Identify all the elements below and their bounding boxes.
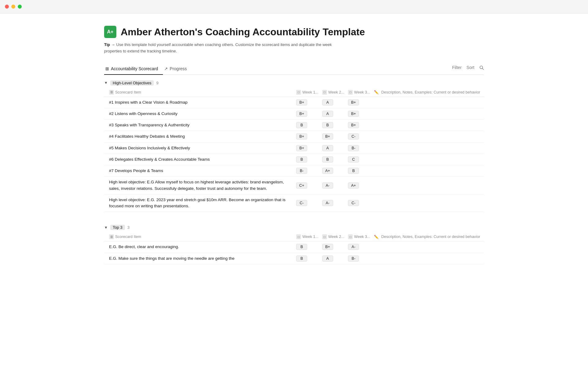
sort-button[interactable]: Sort (466, 65, 474, 70)
group-count: 9 (156, 81, 158, 85)
week2-cell: B+ (322, 131, 348, 142)
desc-cell (374, 97, 484, 108)
item-cell: E.G. Make sure the things that are movin… (104, 253, 296, 264)
table-row[interactable]: E.G. Make sure the things that are movin… (104, 253, 484, 264)
week1-cell: B+ (296, 131, 322, 142)
item-cell: #4 Facilitates Healthy Debates & Meeting (104, 131, 296, 142)
week2-col-icon: □ (322, 90, 327, 95)
top3-item-col-icon: ☰ (109, 234, 114, 239)
top3-week1-col-icon: □ (296, 234, 301, 239)
table-row[interactable]: High level objective: E.G Allow myself t… (104, 177, 484, 194)
week2-cell: B (322, 120, 348, 131)
tab-progress[interactable]: ↗ Progress (163, 63, 192, 75)
table-container: ▼ High-Level Objectives 9 ☰ Scorecard It… (104, 75, 484, 264)
table-row[interactable]: #7 Develops People & Teams B- A+ B (104, 165, 484, 177)
high-level-table: ☰ Scorecard Item □ Week 1... □ Wee (104, 88, 484, 212)
desc-cell (374, 142, 484, 154)
desc-cell (374, 108, 484, 119)
week2-cell: A (322, 142, 348, 154)
item-cell: #7 Develops People & Teams (104, 165, 296, 177)
week3-cell: B+ (348, 108, 374, 119)
week3-cell: B+ (348, 120, 374, 131)
group-label: High-Level Objectives (110, 80, 154, 86)
top3-week2-col-icon: □ (322, 234, 327, 239)
week1-cell: B (296, 253, 322, 264)
item-cell: E.G. Be direct, clear and encouraging. (104, 241, 296, 253)
group-top3-header[interactable]: ▼ Top 3 3 (104, 219, 484, 232)
top3-th-week1: □ Week 1... (296, 232, 322, 241)
progress-tab-label: Progress (170, 66, 187, 71)
week1-cell: B (296, 241, 322, 253)
desc-cell (374, 120, 484, 131)
search-icon (479, 65, 484, 70)
top3-th-scorecard-item: ☰ Scorecard Item (104, 232, 296, 241)
week2-cell: A- (322, 194, 348, 212)
item-cell: High level objective: E.G. 2023 year end… (104, 194, 296, 212)
group-top3-chevron-icon: ▼ (104, 225, 108, 230)
page-header: A+ Amber Atherton's Coaching Accountabil… (104, 26, 484, 38)
desc-cell (374, 131, 484, 142)
item-cell: #3 Speaks with Transparency & Authentici… (104, 120, 296, 131)
scorecard-tab-label: Accountability Scorecard (111, 66, 158, 71)
table-row[interactable]: #5 Makes Decisions Inclusively & Effecti… (104, 142, 484, 154)
maximize-button[interactable] (18, 5, 22, 9)
week3-cell: B (348, 165, 374, 177)
th-description: ✏️ Description, Notes, Examples: Current… (374, 88, 484, 97)
week2-cell: A+ (322, 165, 348, 177)
week1-cell: B (296, 154, 322, 165)
week1-cell: C- (296, 194, 322, 212)
item-cell: #2 Listens with Openness & Curiosity (104, 108, 296, 119)
table-row[interactable]: #6 Delegates Effectively & Creates Accou… (104, 154, 484, 165)
main-content: A+ Amber Atherton's Coaching Accountabil… (80, 13, 508, 277)
page-icon: A+ (104, 26, 116, 38)
group-chevron-icon: ▼ (104, 81, 108, 85)
page-title: Amber Atherton's Coaching Accountability… (121, 26, 365, 38)
table-row[interactable]: E.G. Be direct, clear and encouraging. B… (104, 241, 484, 253)
week1-cell: B- (296, 165, 322, 177)
table-row[interactable]: #2 Listens with Openness & Curiosity B+ … (104, 108, 484, 119)
th-scorecard-item: ☰ Scorecard Item (104, 88, 296, 97)
week1-col-icon: □ (296, 90, 301, 95)
week2-cell: A (322, 97, 348, 108)
search-button[interactable] (479, 65, 484, 70)
table-row[interactable]: #3 Speaks with Transparency & Authentici… (104, 120, 484, 131)
table-row[interactable]: #4 Facilitates Healthy Debates & Meeting… (104, 131, 484, 142)
week1-cell: B+ (296, 142, 322, 154)
desc-cell (374, 253, 484, 264)
tab-scorecard[interactable]: ⊞ Accountability Scorecard (104, 63, 163, 75)
filter-button[interactable]: Filter (452, 65, 462, 70)
top3-th-week3: □ Week 3... (348, 232, 374, 241)
week3-cell: C- (348, 131, 374, 142)
table-row[interactable]: #1 Inspires with a Clear Vision & Roadma… (104, 97, 484, 108)
week1-cell: B (296, 120, 322, 131)
top3-th-week2: □ Week 2... (322, 232, 348, 241)
week3-cell: B- (348, 253, 374, 264)
desc-cell (374, 177, 484, 194)
item-cell: #1 Inspires with a Clear Vision & Roadma… (104, 97, 296, 108)
svg-line-1 (482, 68, 484, 70)
group-high-level-header[interactable]: ▼ High-Level Objectives 9 (104, 75, 484, 88)
page-tip: Tip → Use this template hold yourself ac… (104, 42, 337, 55)
week2-cell: B (322, 154, 348, 165)
th-week2: □ Week 2... (322, 88, 348, 97)
top3-week3-col-icon: □ (348, 234, 353, 239)
th-week3: □ Week 3... (348, 88, 374, 97)
week2-cell: B+ (322, 241, 348, 253)
week2-cell: A (322, 108, 348, 119)
tabs-bar: ⊞ Accountability Scorecard ↗ Progress Fi… (104, 63, 484, 75)
table-row[interactable]: High level objective: E.G. 2023 year end… (104, 194, 484, 212)
week1-cell: B+ (296, 108, 322, 119)
tab-actions: Filter Sort (452, 65, 484, 72)
tip-prefix: Tip → (104, 42, 115, 47)
week3-cell: B- (348, 142, 374, 154)
week3-col-icon: □ (348, 90, 353, 95)
close-button[interactable] (5, 5, 9, 9)
week3-cell: A- (348, 241, 374, 253)
top3-th-description: ✏️ Description, Notes, Examples: Current… (374, 232, 484, 241)
item-cell: High level objective: E.G Allow myself t… (104, 177, 296, 194)
week3-cell: C (348, 154, 374, 165)
sort-label: Sort (466, 65, 474, 70)
table-header-row: ☰ Scorecard Item □ Week 1... □ Wee (104, 88, 484, 97)
desc-cell (374, 241, 484, 253)
minimize-button[interactable] (11, 5, 15, 9)
